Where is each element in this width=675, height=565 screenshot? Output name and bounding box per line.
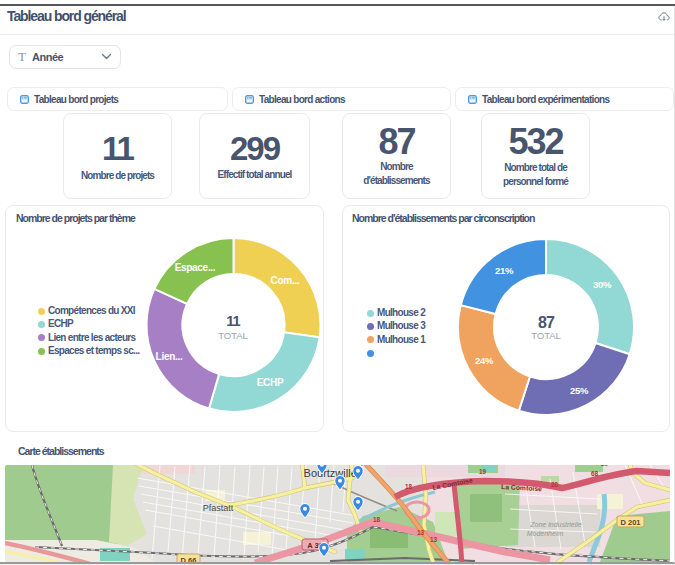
svg-text:20: 20 — [601, 460, 609, 467]
svg-text:Modenheim: Modenheim — [527, 530, 564, 537]
svg-text:19: 19 — [479, 468, 487, 475]
svg-text:TOTAL: TOTAL — [218, 330, 248, 341]
svg-text:Espace...: Espace... — [175, 262, 216, 273]
svg-text:24%: 24% — [475, 355, 494, 366]
svg-text:Pfastatt: Pfastatt — [203, 503, 234, 513]
svg-text:TOTAL: TOTAL — [531, 330, 561, 341]
svg-text:D 201: D 201 — [620, 518, 640, 527]
svg-text:30%: 30% — [593, 279, 612, 290]
svg-text:Zone industrielle: Zone industrielle — [529, 521, 581, 528]
svg-text:Lien...: Lien... — [156, 351, 183, 362]
svg-text:18: 18 — [373, 516, 381, 523]
svg-text:ECHP: ECHP — [257, 377, 284, 388]
svg-text:87: 87 — [538, 314, 555, 331]
svg-text:25%: 25% — [570, 385, 589, 396]
svg-text:21%: 21% — [495, 265, 514, 276]
svg-text:13: 13 — [417, 529, 425, 536]
svg-text:Bourtzwiller: Bourtzwiller — [304, 467, 361, 479]
svg-text:13: 13 — [430, 536, 438, 543]
svg-text:68: 68 — [591, 470, 599, 477]
svg-text:18: 18 — [405, 483, 413, 490]
svg-text:20: 20 — [551, 481, 559, 488]
svg-text:Com...: Com... — [271, 275, 300, 286]
svg-text:11: 11 — [226, 313, 240, 329]
